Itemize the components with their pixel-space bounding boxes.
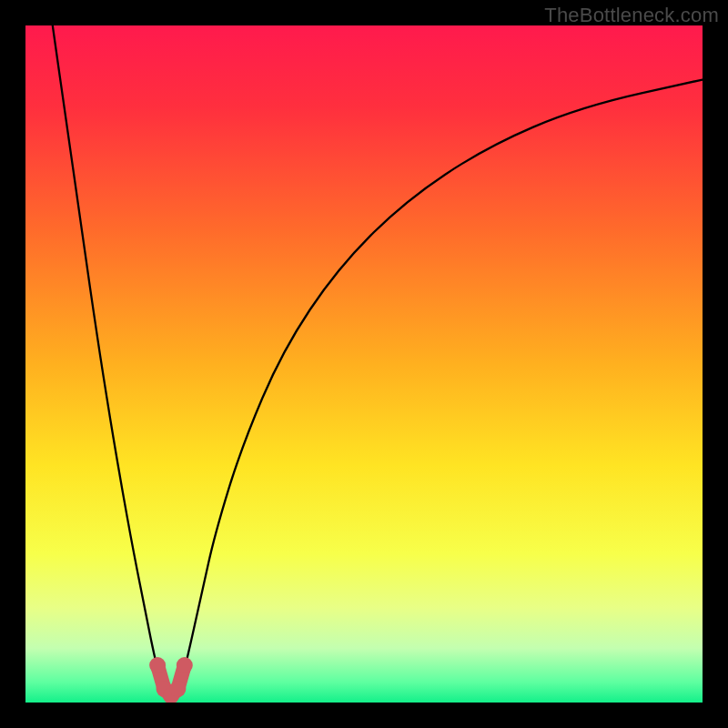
chart-frame <box>25 25 703 703</box>
bottleneck-chart <box>25 25 703 703</box>
optimal-marker-dot <box>149 657 166 673</box>
chart-background <box>25 25 703 703</box>
watermark-text: TheBottleneck.com <box>544 4 719 27</box>
optimal-marker-dot <box>177 657 193 673</box>
optimal-marker-dot <box>169 681 186 697</box>
